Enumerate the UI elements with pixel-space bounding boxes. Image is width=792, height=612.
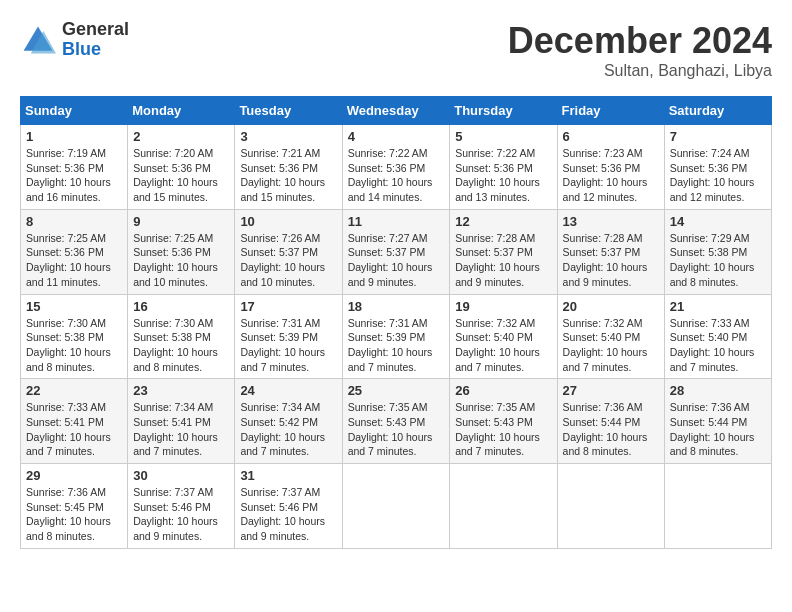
- table-row: 31 Sunrise: 7:37 AMSunset: 5:46 PMDaylig…: [235, 464, 342, 549]
- table-row: 10 Sunrise: 7:26 AMSunset: 5:37 PMDaylig…: [235, 209, 342, 294]
- table-row: 16 Sunrise: 7:30 AMSunset: 5:38 PMDaylig…: [128, 294, 235, 379]
- table-row: 6 Sunrise: 7:23 AMSunset: 5:36 PMDayligh…: [557, 125, 664, 210]
- table-row: 29 Sunrise: 7:36 AMSunset: 5:45 PMDaylig…: [21, 464, 128, 549]
- table-row: 11 Sunrise: 7:27 AMSunset: 5:37 PMDaylig…: [342, 209, 450, 294]
- location-subtitle: Sultan, Banghazi, Libya: [508, 62, 772, 80]
- table-row: 12 Sunrise: 7:28 AMSunset: 5:37 PMDaylig…: [450, 209, 557, 294]
- calendar-table: Sunday Monday Tuesday Wednesday Thursday…: [20, 96, 772, 549]
- calendar-week-row: 1 Sunrise: 7:19 AMSunset: 5:36 PMDayligh…: [21, 125, 772, 210]
- calendar-week-row: 15 Sunrise: 7:30 AMSunset: 5:38 PMDaylig…: [21, 294, 772, 379]
- table-row: 3 Sunrise: 7:21 AMSunset: 5:36 PMDayligh…: [235, 125, 342, 210]
- table-row: 26 Sunrise: 7:35 AMSunset: 5:43 PMDaylig…: [450, 379, 557, 464]
- table-row: 30 Sunrise: 7:37 AMSunset: 5:46 PMDaylig…: [128, 464, 235, 549]
- col-wednesday: Wednesday: [342, 97, 450, 125]
- calendar-week-row: 8 Sunrise: 7:25 AMSunset: 5:36 PMDayligh…: [21, 209, 772, 294]
- table-row: 27 Sunrise: 7:36 AMSunset: 5:44 PMDaylig…: [557, 379, 664, 464]
- col-monday: Monday: [128, 97, 235, 125]
- logo-icon: [20, 22, 56, 58]
- col-tuesday: Tuesday: [235, 97, 342, 125]
- logo-general-text: General: [62, 20, 129, 40]
- table-row: 18 Sunrise: 7:31 AMSunset: 5:39 PMDaylig…: [342, 294, 450, 379]
- table-row: 22 Sunrise: 7:33 AMSunset: 5:41 PMDaylig…: [21, 379, 128, 464]
- table-row: 1 Sunrise: 7:19 AMSunset: 5:36 PMDayligh…: [21, 125, 128, 210]
- logo: General Blue: [20, 20, 129, 60]
- page-header: General Blue December 2024 Sultan, Bangh…: [20, 20, 772, 80]
- table-row: 19 Sunrise: 7:32 AMSunset: 5:40 PMDaylig…: [450, 294, 557, 379]
- logo-blue-text: Blue: [62, 40, 129, 60]
- table-row: 4 Sunrise: 7:22 AMSunset: 5:36 PMDayligh…: [342, 125, 450, 210]
- empty-cell: [342, 464, 450, 549]
- col-saturday: Saturday: [664, 97, 771, 125]
- table-row: 14 Sunrise: 7:29 AMSunset: 5:38 PMDaylig…: [664, 209, 771, 294]
- table-row: 15 Sunrise: 7:30 AMSunset: 5:38 PMDaylig…: [21, 294, 128, 379]
- table-row: 13 Sunrise: 7:28 AMSunset: 5:37 PMDaylig…: [557, 209, 664, 294]
- table-row: 25 Sunrise: 7:35 AMSunset: 5:43 PMDaylig…: [342, 379, 450, 464]
- calendar-week-row: 22 Sunrise: 7:33 AMSunset: 5:41 PMDaylig…: [21, 379, 772, 464]
- table-row: 9 Sunrise: 7:25 AMSunset: 5:36 PMDayligh…: [128, 209, 235, 294]
- table-row: 23 Sunrise: 7:34 AMSunset: 5:41 PMDaylig…: [128, 379, 235, 464]
- table-row: 21 Sunrise: 7:33 AMSunset: 5:40 PMDaylig…: [664, 294, 771, 379]
- table-row: 28 Sunrise: 7:36 AMSunset: 5:44 PMDaylig…: [664, 379, 771, 464]
- table-row: 8 Sunrise: 7:25 AMSunset: 5:36 PMDayligh…: [21, 209, 128, 294]
- calendar-header-row: Sunday Monday Tuesday Wednesday Thursday…: [21, 97, 772, 125]
- calendar-week-row: 29 Sunrise: 7:36 AMSunset: 5:45 PMDaylig…: [21, 464, 772, 549]
- table-row: 2 Sunrise: 7:20 AMSunset: 5:36 PMDayligh…: [128, 125, 235, 210]
- empty-cell: [664, 464, 771, 549]
- table-row: 7 Sunrise: 7:24 AMSunset: 5:36 PMDayligh…: [664, 125, 771, 210]
- col-thursday: Thursday: [450, 97, 557, 125]
- logo-text: General Blue: [62, 20, 129, 60]
- col-sunday: Sunday: [21, 97, 128, 125]
- table-row: 5 Sunrise: 7:22 AMSunset: 5:36 PMDayligh…: [450, 125, 557, 210]
- month-title: December 2024: [508, 20, 772, 62]
- title-block: December 2024 Sultan, Banghazi, Libya: [508, 20, 772, 80]
- col-friday: Friday: [557, 97, 664, 125]
- table-row: 17 Sunrise: 7:31 AMSunset: 5:39 PMDaylig…: [235, 294, 342, 379]
- empty-cell: [557, 464, 664, 549]
- empty-cell: [450, 464, 557, 549]
- table-row: 20 Sunrise: 7:32 AMSunset: 5:40 PMDaylig…: [557, 294, 664, 379]
- table-row: 24 Sunrise: 7:34 AMSunset: 5:42 PMDaylig…: [235, 379, 342, 464]
